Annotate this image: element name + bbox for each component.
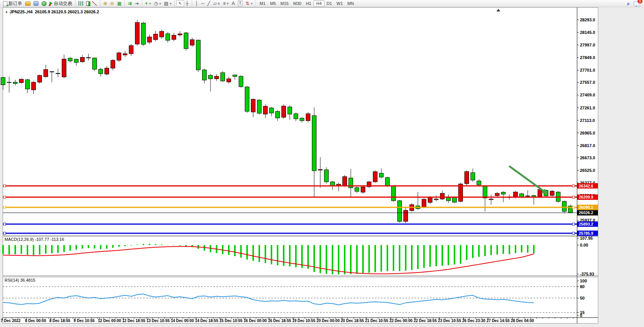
macd-bar — [100, 245, 101, 249]
svg-text:0.00: 0.00 — [580, 243, 588, 247]
macd-bar — [106, 245, 108, 248]
macd-bar — [210, 245, 211, 252]
symbol-dropdown-icon[interactable]: ▼ — [5, 11, 8, 14]
candle — [38, 75, 42, 83]
macd-bar — [283, 245, 284, 266]
macd-bar — [344, 245, 345, 274]
date-label: 9 Dec 10:55 — [74, 319, 95, 323]
macd-bar — [228, 245, 230, 255]
line-handle[interactable] — [572, 185, 575, 187]
date-label: 7 Dec 2022 — [1, 319, 21, 323]
macd-bar — [88, 245, 89, 248]
price-tag: 26209.9 — [577, 194, 598, 200]
macd-bar — [45, 245, 47, 254]
macd-bar — [490, 245, 492, 255]
candle — [367, 181, 371, 188]
line-handle[interactable] — [572, 206, 575, 208]
macd-bar — [411, 245, 413, 270]
svg-text:26965.0: 26965.0 — [580, 131, 595, 135]
svg-text:-375.93: -375.93 — [580, 272, 594, 276]
macd-bar — [368, 245, 370, 273]
date-label: 14 Dec 00:00 — [171, 319, 194, 323]
date-label: 8 Dec 00:00 — [25, 319, 46, 323]
svg-text:27701.0: 27701.0 — [580, 68, 595, 72]
candle — [196, 40, 201, 72]
candle — [184, 32, 188, 51]
macd-bar — [246, 245, 248, 260]
macd-bar — [393, 245, 394, 271]
candle — [306, 112, 310, 122]
macd-bar — [63, 245, 65, 252]
macd-bar — [2, 245, 4, 254]
date-label: 14 Dec 18:55 — [195, 319, 218, 323]
macd-bar — [240, 245, 242, 258]
time-scale[interactable]: 7 Dec 20228 Dec 00:008 Dec 18:559 Dec 10… — [1, 318, 573, 323]
chart-canvas[interactable]: 28293.028145.027997.027849.027701.027557… — [0, 0, 644, 327]
candle — [221, 71, 225, 82]
macd-bar — [112, 245, 114, 248]
date-label: 19 Dec 10:55 — [292, 319, 315, 323]
svg-text:80: 80 — [580, 284, 585, 289]
date-label: 16 Dec 00:00 — [244, 319, 267, 323]
price-tag: 26026.2 — [577, 210, 598, 215]
macd-bar — [259, 245, 260, 262]
candle — [373, 170, 377, 183]
candle — [324, 167, 329, 183]
macd-bar — [271, 245, 272, 264]
candle — [93, 58, 97, 71]
svg-text:0: 0 — [580, 313, 582, 318]
line-handle[interactable] — [3, 223, 6, 225]
chart-title: ▼JPN225-,H4 26105.9 26120.5 26021.3 2602… — [5, 10, 99, 14]
macd-bar — [381, 245, 382, 272]
macd-bar — [466, 245, 467, 260]
macd-bar — [57, 245, 59, 253]
macd-bar — [33, 245, 34, 255]
svg-text:26090.1: 26090.1 — [579, 205, 593, 210]
macd-bar — [234, 245, 236, 256]
macd-bar — [496, 245, 498, 255]
svg-text:27849.0: 27849.0 — [580, 55, 595, 60]
svg-text:26525.0: 26525.0 — [580, 168, 595, 173]
macd-bar — [521, 245, 522, 252]
line-handle[interactable] — [572, 196, 575, 198]
line-handle[interactable] — [3, 232, 6, 234]
candle — [422, 198, 426, 208]
candle — [239, 75, 243, 88]
macd-bar — [472, 245, 474, 258]
candle — [343, 175, 347, 187]
macd-bar — [307, 245, 309, 269]
line-handle[interactable] — [3, 196, 6, 198]
date-label: 26 Dec 23:30 — [462, 319, 485, 323]
date-label: 27 Dec 14:55 — [487, 319, 510, 323]
rsi-indicator-label: RSI(14) 36.4815 — [5, 278, 35, 282]
macd-bar — [448, 245, 449, 265]
macd-bar — [130, 245, 132, 245]
candle — [141, 22, 146, 46]
macd-bar — [442, 245, 443, 266]
candle — [117, 51, 121, 62]
macd-bar — [155, 244, 156, 245]
line-handle[interactable] — [3, 185, 6, 187]
chart-symbol-period: JPN225-,H4 — [10, 10, 33, 14]
date-label: 16 Dec 18:55 — [268, 319, 291, 323]
price-tag: 25785.9 — [577, 231, 598, 236]
candle — [135, 20, 140, 46]
line-handle[interactable] — [572, 223, 575, 225]
macd-bar — [387, 245, 388, 271]
macd-bar — [478, 245, 480, 257]
date-label: 21 Dec 10:55 — [365, 319, 389, 323]
macd-bar — [51, 245, 53, 253]
macd-bar — [362, 245, 364, 273]
line-handle[interactable] — [3, 206, 6, 208]
macd-bar — [69, 245, 71, 251]
macd-bar — [179, 245, 181, 246]
macd-bar — [423, 245, 425, 268]
svg-text:25785.9: 25785.9 — [579, 231, 593, 236]
candle — [245, 86, 249, 113]
macd-bar — [27, 245, 28, 255]
line-handle[interactable] — [572, 232, 575, 234]
candle — [398, 200, 402, 223]
date-label: 22 Dec 18:55 — [414, 319, 437, 323]
macd-bar — [143, 244, 144, 245]
svg-text:27113.0: 27113.0 — [580, 118, 595, 123]
